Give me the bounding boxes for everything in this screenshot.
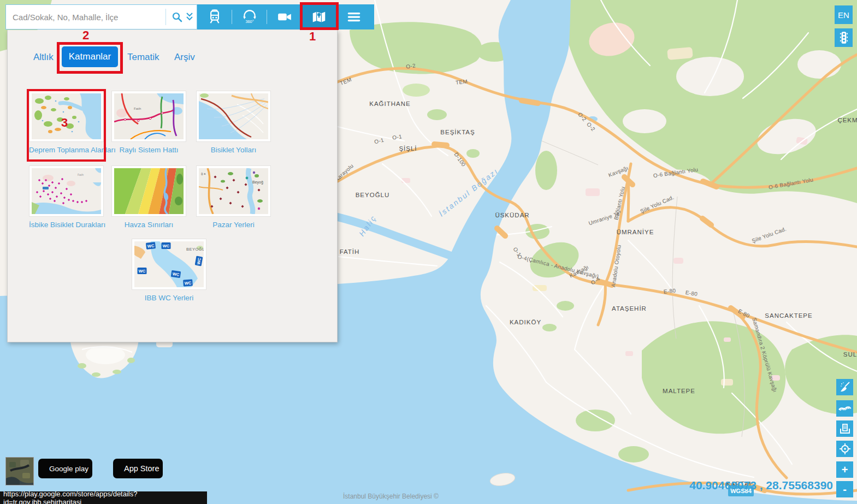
layer-thumbnail: Fatih bbox=[29, 165, 104, 217]
print-button[interactable] bbox=[836, 420, 853, 437]
layer-rayli-sistem[interactable]: Fatih Raylı Sistem Hattı bbox=[111, 91, 186, 154]
deprem-thumb-art bbox=[32, 93, 101, 139]
zoom-out-button[interactable]: - bbox=[836, 481, 853, 497]
search-expand-button[interactable] bbox=[185, 10, 197, 23]
cursor-coordinates: 40.90469073 , 28.75568390 bbox=[689, 479, 833, 492]
rayli-thumb-art: Fatih bbox=[114, 93, 184, 139]
havza-thumb-art bbox=[114, 168, 184, 214]
svg-text:Fatih: Fatih bbox=[134, 107, 141, 110]
basemap-satellite-toggle[interactable] bbox=[5, 457, 34, 485]
crosshair-icon bbox=[838, 442, 852, 455]
panorama-360-icon: 360° bbox=[240, 9, 259, 25]
tab-altlik[interactable]: Altlık bbox=[33, 52, 54, 63]
camera-button[interactable] bbox=[267, 4, 302, 29]
search-input[interactable] bbox=[6, 13, 164, 22]
zoom-in-button[interactable]: + bbox=[836, 461, 853, 478]
map-attribution: İstanbul Büyükşehir Belediyesi © bbox=[343, 493, 439, 500]
layer-thumbnail bbox=[29, 91, 104, 142]
minus-icon: - bbox=[843, 484, 847, 495]
search-icon bbox=[170, 10, 184, 23]
svg-text:WC: WC bbox=[163, 244, 170, 248]
tape-measure-icon bbox=[838, 402, 852, 415]
svg-text:WC: WC bbox=[184, 281, 192, 286]
layer-isbike-duraklari[interactable]: Fatih İsbike Bisiklet Durakları bbox=[29, 165, 105, 229]
hamburger-menu-icon bbox=[345, 9, 363, 25]
menu-button[interactable] bbox=[336, 4, 372, 29]
layer-label: Deprem Toplanma Alanları bbox=[29, 146, 116, 154]
status-url: https://play.google.com/store/apps/detai… bbox=[3, 490, 207, 504]
google-play-badge[interactable]: Google play bbox=[38, 459, 92, 478]
svg-text:Beyoğ: Beyoğ bbox=[252, 180, 263, 185]
google-play-label: Google play bbox=[49, 465, 88, 473]
layer-label: İsbike Bisiklet Durakları bbox=[29, 221, 105, 229]
app-store-label: App Store bbox=[124, 464, 159, 473]
svg-text:WC: WC bbox=[147, 243, 155, 248]
svg-text:WC: WC bbox=[172, 271, 180, 277]
layers-panel: Altlık Katmanlar Tematik Arşiv bbox=[7, 30, 338, 342]
layer-pazar-yerleri[interactable]: ğ a Beyoğ Pazar Yerleri bbox=[196, 165, 271, 229]
chevron-double-down-icon bbox=[186, 11, 193, 22]
layer-havza-sinirlari[interactable]: Havza Sınırları bbox=[111, 165, 186, 229]
traffic-light-icon bbox=[837, 31, 851, 45]
svg-text:ğ a: ğ a bbox=[201, 172, 206, 175]
browser-status-bar: https://play.google.com/store/apps/detai… bbox=[0, 491, 207, 504]
layer-thumbnail: Fatih bbox=[111, 91, 186, 142]
layer-label: Bisiklet Yolları bbox=[211, 146, 256, 154]
layers-button[interactable] bbox=[302, 4, 336, 29]
broom-icon bbox=[838, 381, 852, 394]
isbike-thumb-art: Fatih bbox=[32, 168, 101, 214]
tab-katmanlar[interactable]: Katmanlar bbox=[62, 46, 118, 67]
layer-label: IBB WC Yerleri bbox=[145, 294, 193, 302]
satellite-thumb-art bbox=[6, 458, 33, 485]
app-store-badge[interactable]: App Store bbox=[113, 459, 163, 478]
panorama-360-button[interactable]: 360° bbox=[232, 4, 267, 29]
transit-button[interactable] bbox=[197, 4, 232, 29]
app-window: KAĞITHANEBEŞİKTAŞŞİŞLİBEYOĞLUÜSKÜDARÜMRA… bbox=[0, 0, 857, 504]
svg-text:WC: WC bbox=[139, 269, 146, 274]
train-icon bbox=[206, 9, 223, 25]
pazar-thumb-art: ğ a Beyoğ bbox=[199, 168, 268, 214]
layer-deprem-toplanma[interactable]: Deprem Toplanma Alanları bbox=[29, 91, 116, 154]
tab-tematik[interactable]: Tematik bbox=[127, 52, 159, 63]
search-bar bbox=[5, 4, 197, 29]
clear-map-button[interactable] bbox=[836, 379, 853, 395]
layer-thumbnail: ğ a Beyoğ bbox=[196, 165, 271, 217]
layer-label: Pazar Yerleri bbox=[212, 221, 255, 229]
locate-button[interactable] bbox=[836, 441, 853, 457]
svg-text:360°: 360° bbox=[245, 19, 253, 24]
layers-map-icon bbox=[311, 9, 327, 25]
divider bbox=[166, 9, 166, 25]
traffic-button[interactable] bbox=[835, 28, 853, 47]
bisiklet-thumb-art bbox=[199, 93, 268, 139]
layer-ibb-wc[interactable]: BEYOĞLU WC WC WC WC WC WC IBB WC Yerleri bbox=[132, 239, 206, 302]
layer-label: Havza Sınırları bbox=[125, 221, 173, 229]
printer-icon bbox=[838, 422, 852, 435]
layer-thumbnail bbox=[111, 165, 186, 217]
plus-icon: + bbox=[842, 464, 848, 475]
layer-bisiklet-yollari[interactable]: Bisiklet Yolları bbox=[196, 91, 271, 154]
search-button[interactable] bbox=[169, 9, 185, 25]
tab-arsiv[interactable]: Arşiv bbox=[174, 52, 195, 63]
layer-thumbnail: BEYOĞLU WC WC WC WC WC WC bbox=[132, 239, 206, 290]
svg-text:Fatih: Fatih bbox=[78, 173, 84, 176]
wc-thumb-art: BEYOĞLU WC WC WC WC WC WC bbox=[134, 241, 204, 287]
layer-thumbnail bbox=[196, 91, 271, 142]
main-toolbar: 360° bbox=[197, 4, 374, 29]
svg-text:BEYOĞLU: BEYOĞLU bbox=[186, 247, 204, 252]
layer-label: Raylı Sistem Hattı bbox=[119, 146, 178, 154]
video-camera-icon bbox=[276, 9, 293, 25]
measure-button[interactable] bbox=[836, 400, 853, 417]
language-button[interactable]: EN bbox=[835, 5, 853, 24]
